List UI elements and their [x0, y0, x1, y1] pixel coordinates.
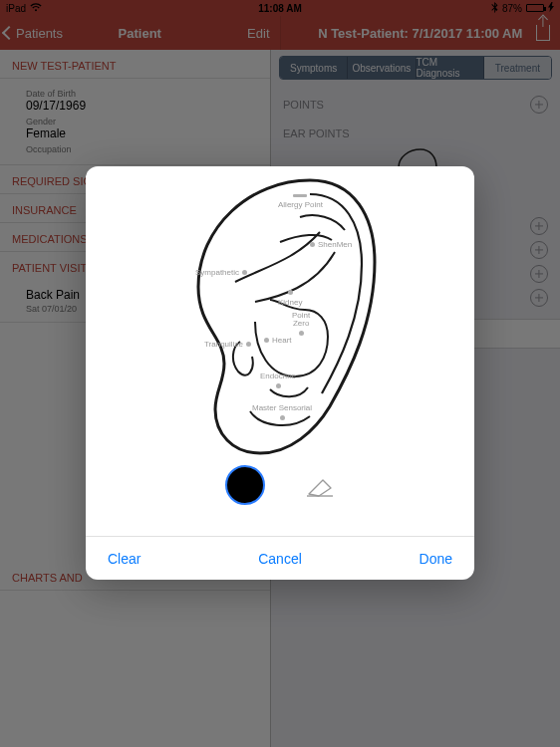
label-kidney[interactable]: Kidney [278, 290, 302, 307]
tool-row [225, 465, 335, 505]
brush-tool[interactable] [225, 465, 265, 505]
label-sympathetic[interactable]: Sympathetic [195, 268, 247, 277]
point-marker-icon [293, 194, 307, 197]
label-heart[interactable]: Heart [264, 336, 292, 345]
ear-diagram[interactable]: Allergy Point ShenMen Sympathetic Kidney… [160, 172, 400, 461]
ear-points-modal: Allergy Point ShenMen Sympathetic Kidney… [86, 166, 474, 580]
eraser-tool[interactable] [305, 472, 335, 498]
point-dot-icon [299, 331, 304, 336]
label-point-zero[interactable]: Point Zero [292, 312, 310, 336]
clear-button[interactable]: Clear [108, 551, 140, 567]
point-dot-icon [288, 290, 293, 295]
label-allergy[interactable]: Allergy Point [278, 194, 323, 209]
point-dot-icon [310, 242, 315, 247]
cancel-button[interactable]: Cancel [258, 551, 302, 567]
done-button[interactable]: Done [420, 551, 452, 567]
point-dot-icon [276, 383, 281, 388]
modal-footer: Clear Cancel Done [86, 536, 474, 580]
label-master[interactable]: Master Sensorial [252, 403, 312, 420]
point-dot-icon [246, 342, 251, 347]
label-shenmen[interactable]: ShenMen [310, 240, 352, 249]
point-dot-icon [280, 415, 285, 420]
eraser-icon [305, 472, 335, 498]
label-endocrine[interactable]: Endocrine [260, 372, 296, 388]
label-tranquilize[interactable]: Tranquilize [204, 340, 251, 349]
point-dot-icon [242, 270, 247, 275]
point-dot-icon [264, 338, 269, 343]
